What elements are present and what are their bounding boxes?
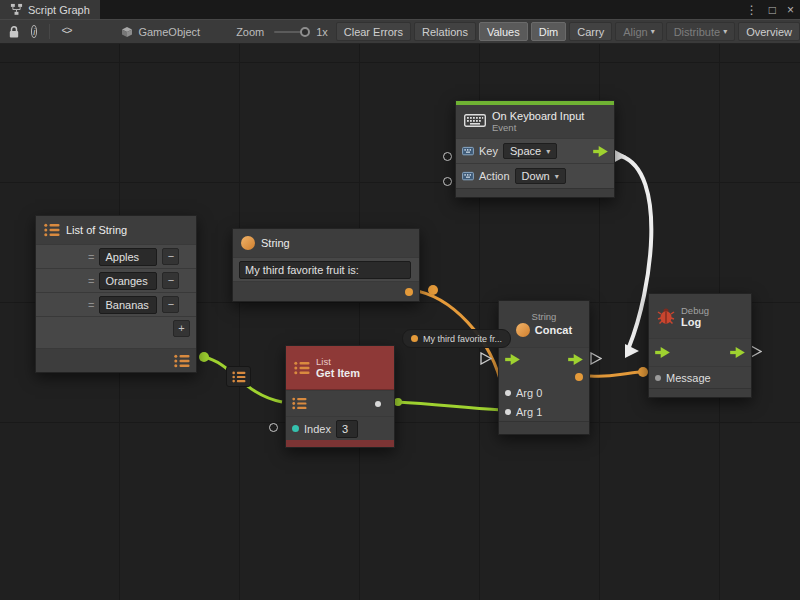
node-debug-log[interactable]: Debug Log Message (648, 293, 752, 398)
index-input[interactable] (336, 420, 358, 438)
key-dropdown[interactable]: Space▾ (503, 143, 557, 159)
remove-item-button[interactable]: − (162, 248, 179, 265)
node-title: Get Item (316, 367, 360, 379)
drag-handle[interactable]: = (88, 275, 94, 287)
relations-toggle[interactable]: Relations (414, 22, 476, 41)
window-controls: ⋮ □ × (746, 0, 794, 19)
code-view-icon[interactable]: <> (61, 26, 71, 37)
remove-item-button[interactable]: − (162, 272, 179, 289)
window-menu-button[interactable]: ⋮ (746, 4, 758, 16)
dim-toggle[interactable]: Dim (531, 22, 567, 41)
graph-toolbar: i <> GameObject Zoom 1x Clear Errors Rel… (0, 19, 800, 44)
zoom-slider[interactable] (274, 31, 306, 33)
titlebar: Script Graph ⋮ □ × (0, 0, 800, 19)
message-input-port[interactable] (655, 375, 661, 381)
item-output-port[interactable] (375, 401, 381, 407)
toolbar-separator (49, 24, 50, 39)
wire-keyboard-to-log-control[interactable] (621, 156, 651, 347)
bug-icon (657, 307, 675, 325)
concat-control-in-port[interactable] (480, 352, 492, 365)
keyboard-icon (464, 114, 486, 129)
node-footer (456, 188, 614, 197)
node-category: Debug (681, 305, 709, 316)
key-value-port[interactable] (443, 152, 452, 161)
control-output-arrow-icon[interactable] (730, 347, 745, 358)
concat-control-out-port[interactable] (590, 352, 602, 365)
index-value-port[interactable] (269, 423, 278, 432)
wire-value-text: My third favorite fr... (423, 334, 502, 344)
control-output-arrow-icon[interactable] (593, 146, 608, 157)
drag-handle[interactable]: = (88, 251, 94, 263)
tab-title: Script Graph (28, 4, 90, 16)
node-category: String (532, 311, 557, 322)
drag-handle[interactable]: = (88, 299, 94, 311)
node-on-keyboard-input[interactable]: On Keyboard Input Event Key Space▾ Actio… (455, 100, 615, 198)
string-type-icon (241, 236, 255, 250)
node-category: List (316, 356, 360, 367)
graph-canvas[interactable]: On Keyboard Input Event Key Space▾ Actio… (0, 44, 800, 600)
distribute-dropdown[interactable]: Distribute▾ (666, 22, 735, 41)
values-toggle[interactable]: Values (479, 22, 528, 41)
node-title: Log (681, 316, 709, 328)
control-input-arrow-icon[interactable] (505, 354, 520, 365)
string-output-port[interactable] (405, 288, 413, 296)
list-icon (44, 223, 60, 237)
selection-bar (286, 440, 394, 447)
tab-script-graph[interactable]: Script Graph (0, 0, 100, 19)
string-value-dot (411, 335, 418, 342)
wire-getitem-to-concat-arg1[interactable] (397, 402, 502, 410)
script-graph-icon (10, 3, 23, 16)
keycap-icon (462, 145, 474, 157)
zoom-value: 1x (316, 26, 328, 38)
clear-errors-button[interactable]: Clear Errors (336, 22, 411, 41)
node-footer (649, 388, 751, 397)
wire-list-value-badge (226, 366, 251, 387)
info-icon[interactable]: i (31, 25, 37, 38)
add-item-button[interactable]: + (173, 320, 190, 337)
list-item-input[interactable] (99, 296, 157, 314)
window-close-button[interactable]: × (787, 4, 794, 16)
list-item-input[interactable] (99, 248, 157, 266)
control-output-arrow-icon[interactable] (568, 354, 583, 365)
window-maximize-button[interactable]: □ (769, 4, 776, 16)
node-string-literal[interactable]: String (232, 228, 420, 302)
node-concat[interactable]: String Concat Arg 0 Arg 1 (498, 300, 590, 435)
zoom-label: Zoom (236, 26, 264, 38)
carry-toggle[interactable]: Carry (569, 22, 612, 41)
wire-value-tooltip: My third favorite fr... (402, 329, 511, 348)
lock-icon[interactable] (8, 25, 20, 39)
index-label: Index (304, 423, 331, 435)
arg1-label: Arg 1 (516, 406, 542, 418)
message-label: Message (666, 372, 711, 384)
action-dropdown[interactable]: Down▾ (515, 168, 566, 184)
list-output-port[interactable] (174, 354, 190, 368)
control-input-arrow[interactable] (625, 344, 639, 358)
zoom-slider-knob[interactable] (300, 27, 310, 37)
control-input-arrow-icon[interactable] (655, 347, 670, 358)
overview-button[interactable]: Overview (738, 22, 800, 41)
key-label: Key (479, 145, 498, 157)
align-dropdown[interactable]: Align▾ (615, 22, 662, 41)
arg0-label: Arg 0 (516, 387, 542, 399)
gameobject-icon (121, 26, 133, 38)
list-icon (294, 361, 310, 375)
message-wire-dot (638, 367, 648, 377)
arg0-input-port[interactable] (505, 390, 511, 396)
list-item-input[interactable] (99, 272, 157, 290)
node-get-item[interactable]: List Get Item Index (285, 345, 395, 448)
arg1-input-port[interactable] (505, 409, 511, 415)
result-output-port[interactable] (575, 373, 583, 381)
chevron-down-icon: ▾ (723, 27, 727, 36)
unity-visual-scripting-window: Script Graph ⋮ □ × i <> GameObject Zoom … (0, 0, 800, 600)
node-title: String (261, 237, 290, 249)
index-input-port[interactable] (292, 425, 299, 432)
wire-concat-to-log-message[interactable] (590, 372, 641, 376)
list-input-port[interactable] (292, 397, 307, 410)
chevron-down-icon: ▾ (555, 172, 559, 181)
remove-item-button[interactable]: − (162, 296, 179, 313)
string-value-input[interactable] (239, 261, 411, 279)
action-value-port[interactable] (443, 177, 452, 186)
gameobject-label[interactable]: GameObject (138, 26, 200, 38)
node-list-of-string[interactable]: List of String = − = − = − + (35, 215, 197, 373)
keycap-icon (462, 170, 474, 182)
